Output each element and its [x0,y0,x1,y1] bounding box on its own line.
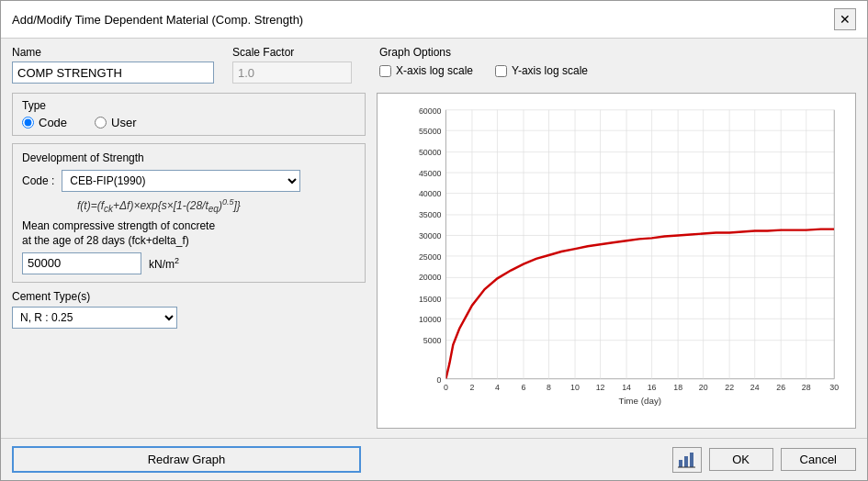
svg-rect-0 [445,110,834,379]
svg-text:45000: 45000 [419,169,442,178]
svg-text:22: 22 [725,383,734,392]
svg-text:30000: 30000 [419,231,442,240]
svg-text:15000: 15000 [419,295,442,304]
value-unit-row: kN/m2 [22,252,355,274]
fck-input[interactable] [22,252,141,274]
svg-rect-61 [684,456,688,467]
main-dialog: Add/Modify Time Dependent Material (Comp… [0,0,868,481]
chart-icon-button[interactable] [672,447,702,473]
svg-text:10: 10 [570,383,580,392]
cancel-button[interactable]: Cancel [781,448,856,471]
svg-text:55000: 55000 [419,127,442,136]
svg-rect-62 [690,453,693,467]
svg-rect-60 [679,460,682,467]
code-radio-label[interactable]: Code [22,116,67,129]
name-group: Name [12,46,214,84]
x-axis-log-text: X-axis log scale [396,64,473,77]
svg-text:12: 12 [596,383,605,392]
svg-text:20000: 20000 [419,273,442,282]
svg-text:40000: 40000 [419,190,442,199]
chart-svg: 60000 55000 50000 45000 40000 35000 3000… [414,101,848,406]
type-radio-row: Code User [22,116,355,129]
code-radio[interactable] [22,117,34,129]
svg-text:6: 6 [522,383,526,392]
svg-text:10000: 10000 [419,315,442,324]
cement-type-section: Cement Type(s) N, R : 0.25 [12,290,366,329]
svg-text:0: 0 [437,375,442,385]
type-label: Type [22,99,355,112]
code-select[interactable]: CEB-FIP(1990) [62,170,300,192]
type-section: Type Code User [12,93,366,136]
bottom-bar: Redraw Graph OK Cancel [1,438,867,480]
user-radio-label[interactable]: User [95,116,136,129]
top-right-area: Scale Factor Graph Options X-axis log sc… [232,46,588,84]
svg-text:0: 0 [444,383,448,392]
chart-container: 60000 55000 50000 45000 40000 35000 3000… [377,93,856,429]
user-radio-text: User [111,116,136,129]
right-panel: 60000 55000 50000 45000 40000 35000 3000… [377,93,856,429]
graph-options-row: X-axis log scale Y-axis log scale [379,64,588,77]
top-row: Name Scale Factor Graph Options X-axis l… [1,39,867,84]
svg-text:24: 24 [750,383,760,392]
scale-factor-label: Scale Factor [232,46,352,59]
unit-label: kN/m2 [149,256,179,271]
bar-chart-icon [678,452,696,468]
svg-text:26: 26 [776,383,785,392]
cement-type-label: Cement Type(s) [12,290,366,303]
cement-type-select[interactable]: N, R : 0.25 [12,307,177,329]
y-axis-log-checkbox[interactable] [495,65,507,77]
dev-strength-section: Development of Strength Code : CEB-FIP(1… [12,143,366,283]
svg-text:50000: 50000 [419,148,442,157]
left-panel: Type Code User Development of Strength [12,93,366,429]
svg-text:60000: 60000 [419,106,442,116]
code-row-label: Code : [22,174,54,187]
dialog-title: Add/Modify Time Dependent Material (Comp… [12,13,303,27]
scale-factor-input[interactable] [232,62,352,84]
svg-text:35000: 35000 [419,210,442,219]
x-axis-log-label[interactable]: X-axis log scale [379,64,473,77]
code-row: Code : CEB-FIP(1990) [22,170,355,192]
y-axis-log-label[interactable]: Y-axis log scale [495,64,588,77]
dev-strength-label: Development of Strength [22,151,355,164]
scale-factor-group: Scale Factor [232,46,352,84]
formula-text: f(t)=(fck+Δf)×exp{s×[1-(28/teq)0.5]} [77,197,355,214]
svg-text:28: 28 [802,383,811,392]
close-button[interactable]: ✕ [834,8,856,30]
right-buttons: OK Cancel [672,447,856,473]
user-radio[interactable] [95,117,107,129]
name-input[interactable] [12,62,214,84]
ok-button[interactable]: OK [709,448,773,471]
svg-text:5000: 5000 [423,336,442,345]
graph-options-label: Graph Options [379,46,588,59]
title-bar: Add/Modify Time Dependent Material (Comp… [1,1,867,39]
svg-text:Time  (day): Time (day) [619,396,662,406]
svg-text:2: 2 [469,383,474,392]
code-radio-text: Code [39,116,67,129]
svg-text:30: 30 [829,383,839,392]
svg-text:20: 20 [699,383,708,392]
mean-compressive-label: Mean compressive strength of concrete at… [22,219,355,248]
strength-curve [445,229,834,379]
x-axis-log-checkbox[interactable] [379,65,391,77]
svg-text:14: 14 [622,383,631,392]
graph-options-group: Graph Options X-axis log scale Y-axis lo… [379,46,588,77]
main-content: Type Code User Development of Strength [1,84,867,438]
svg-text:4: 4 [495,383,500,392]
svg-text:25000: 25000 [419,252,442,262]
name-label: Name [12,46,214,59]
svg-text:18: 18 [673,383,682,392]
y-axis-log-text: Y-axis log scale [512,64,588,77]
redraw-graph-button[interactable]: Redraw Graph [12,446,361,473]
svg-text:16: 16 [648,383,657,392]
svg-text:8: 8 [547,383,551,392]
